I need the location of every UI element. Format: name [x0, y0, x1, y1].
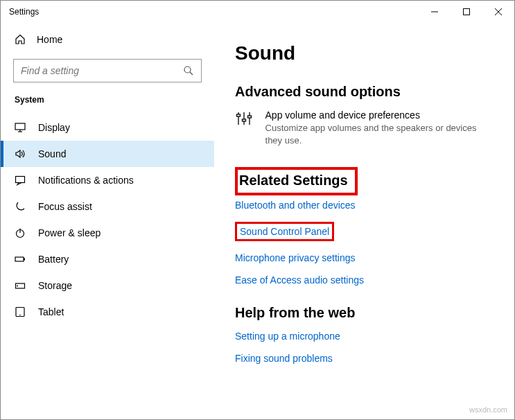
sidebar-item-label: Focus assist: [38, 201, 92, 212]
home-label: Home: [37, 34, 62, 45]
svg-rect-1: [464, 9, 470, 15]
svg-line-5: [190, 72, 193, 75]
page-title: Sound: [235, 42, 494, 64]
link-bluetooth-devices[interactable]: Bluetooth and other devices: [235, 200, 494, 211]
sidebar-item-sound[interactable]: Sound: [1, 141, 214, 167]
svg-rect-19: [236, 114, 240, 116]
notifications-icon: [15, 175, 26, 186]
help-section-title: Help from the web: [235, 305, 494, 321]
link-sound-control-panel[interactable]: Sound Control Panel: [240, 226, 329, 237]
home-icon: [15, 34, 26, 45]
sidebar-item-label: Tablet: [38, 306, 64, 317]
minimize-button[interactable]: [419, 1, 451, 23]
sound-control-highlight: Sound Control Panel: [235, 222, 334, 241]
sidebar-item-label: Power & sleep: [38, 227, 101, 238]
titlebar: Settings: [1, 1, 514, 23]
link-setup-microphone[interactable]: Setting up a microphone: [235, 331, 494, 342]
power-icon: [15, 227, 26, 238]
search-input[interactable]: [21, 65, 159, 76]
sidebar-item-notifications[interactable]: Notifications & actions: [1, 167, 214, 193]
sidebar-item-focus-assist[interactable]: Focus assist: [1, 193, 214, 220]
sidebar-item-label: Sound: [38, 148, 66, 159]
sidebar-item-label: Display: [38, 122, 70, 133]
link-fixing-sound[interactable]: Fixing sound problems: [235, 353, 494, 364]
sidebar-item-label: Storage: [38, 280, 72, 291]
search-box[interactable]: [13, 59, 202, 82]
svg-rect-9: [16, 177, 25, 183]
svg-rect-12: [15, 257, 24, 261]
related-links: Bluetooth and other devices Sound Contro…: [235, 200, 494, 286]
category-header: System: [1, 95, 214, 114]
battery-icon: [15, 254, 26, 265]
main-panel: Sound Advanced sound options App volume …: [214, 23, 514, 419]
link-ease-of-access-audio[interactable]: Ease of Access audio settings: [235, 274, 494, 286]
svg-point-15: [17, 286, 18, 287]
sidebar-item-tablet[interactable]: Tablet: [1, 299, 214, 325]
link-microphone-privacy[interactable]: Microphone privacy settings: [235, 252, 494, 263]
sidebar-item-label: Battery: [38, 254, 69, 265]
sidebar-item-storage[interactable]: Storage: [1, 272, 214, 299]
display-icon: [15, 122, 26, 133]
search-icon: [183, 65, 194, 76]
help-section: Help from the web Setting up a microphon…: [235, 305, 494, 364]
related-section-title: Related Settings: [239, 173, 348, 189]
sidebar-item-battery[interactable]: Battery: [1, 246, 214, 272]
option-title: App volume and device preferences: [265, 110, 494, 121]
tablet-icon: [15, 306, 26, 317]
home-link[interactable]: Home: [1, 28, 214, 51]
svg-rect-6: [15, 123, 25, 130]
svg-rect-13: [24, 259, 25, 261]
svg-point-17: [19, 315, 21, 316]
sound-icon: [15, 148, 26, 159]
window-title: Settings: [9, 7, 39, 17]
window-controls: [419, 1, 514, 23]
focus-assist-icon: [15, 201, 26, 212]
sliders-icon: [235, 110, 253, 146]
svg-point-4: [184, 67, 191, 73]
related-section-highlight: Related Settings: [235, 167, 358, 195]
sidebar-item-display[interactable]: Display: [1, 114, 214, 141]
svg-rect-23: [247, 116, 251, 118]
close-button[interactable]: [482, 1, 514, 23]
sidebar-item-power-sleep[interactable]: Power & sleep: [1, 220, 214, 246]
sidebar-item-label: Notifications & actions: [38, 175, 134, 186]
option-text: App volume and device preferences Custom…: [265, 110, 494, 146]
sidebar: Home System Display Sound Notifications …: [1, 23, 214, 419]
storage-icon: [15, 280, 26, 291]
watermark: wsxdn.com: [469, 405, 507, 414]
content-area: Home System Display Sound Notifications …: [1, 23, 514, 419]
option-desc: Customize app volumes and the speakers o…: [265, 122, 494, 146]
svg-rect-21: [242, 119, 245, 121]
app-volume-option[interactable]: App volume and device preferences Custom…: [235, 110, 494, 146]
titlebar-left: Settings: [9, 7, 39, 17]
advanced-section-title: Advanced sound options: [235, 84, 494, 100]
maximize-button[interactable]: [451, 1, 482, 23]
